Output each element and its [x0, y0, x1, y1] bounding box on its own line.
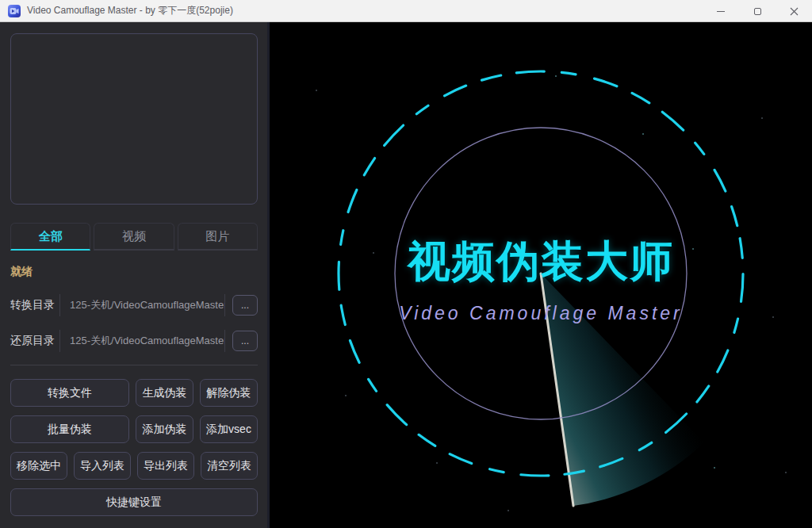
tab-video[interactable]: 视频 — [94, 223, 174, 251]
minimize-button[interactable] — [703, 0, 739, 22]
title-bar: Video Camouflage Master - by 零下一度(52poji… — [0, 0, 812, 22]
add-camouflage-button[interactable]: 添加伪装 — [136, 415, 193, 443]
file-list[interactable] — [10, 33, 258, 205]
section-divider — [10, 365, 258, 365]
convert-dir-label: 转换目录 — [10, 298, 59, 312]
button-row-1: 转换文件 生成伪装 解除伪装 — [10, 379, 258, 407]
divider — [224, 294, 225, 316]
hero-subtitle: Video Camouflage Master — [270, 303, 812, 324]
restore-dir-browse-button[interactable]: ... — [232, 331, 258, 351]
convert-files-button[interactable]: 转换文件 — [10, 379, 129, 407]
remove-camouflage-button[interactable]: 解除伪装 — [200, 379, 258, 407]
app-icon — [8, 5, 21, 17]
maximize-button[interactable] — [739, 0, 776, 22]
left-panel: 全部 视频 图片 就绪 转换目录 125-关机/VideoCamouflageM… — [0, 22, 270, 528]
restore-dir-row: 还原目录 125-关机/VideoCamouflageMaster ... — [10, 329, 258, 353]
button-row-3: 移除选中 导入列表 导出列表 清空列表 — [10, 452, 258, 480]
status-text: 就绪 — [10, 265, 33, 279]
hero-title: 视频伪装大师 — [270, 233, 812, 291]
batch-camouflage-button[interactable]: 批量伪装 — [10, 415, 129, 443]
convert-dir-path: 125-关机/VideoCamouflageMaster — [60, 298, 224, 312]
radar-panel: 视频伪装大师 Video Camouflage Master — [270, 22, 812, 528]
tabs-row: 全部 视频 图片 — [10, 223, 258, 251]
maximize-icon — [754, 8, 761, 15]
tab-image[interactable]: 图片 — [178, 223, 258, 251]
add-vsec-button[interactable]: 添加vsec — [200, 415, 258, 443]
import-list-button[interactable]: 导入列表 — [74, 452, 131, 480]
export-list-button[interactable]: 导出列表 — [137, 452, 194, 480]
window-title: Video Camouflage Master - by 零下一度(52poji… — [27, 4, 233, 17]
restore-dir-path: 125-关机/VideoCamouflageMaster — [60, 334, 224, 348]
restore-dir-label: 还原目录 — [10, 334, 59, 348]
divider — [224, 330, 225, 352]
button-row-4: 快捷键设置 — [10, 488, 258, 516]
tab-all[interactable]: 全部 — [10, 223, 90, 251]
hotkey-settings-button[interactable]: 快捷键设置 — [10, 488, 258, 516]
close-button[interactable] — [776, 0, 812, 22]
window-controls — [703, 0, 812, 22]
close-icon — [790, 7, 799, 16]
clear-list-button[interactable]: 清空列表 — [201, 452, 258, 480]
button-row-2: 批量伪装 添加伪装 添加vsec — [10, 415, 258, 443]
convert-dir-row: 转换目录 125-关机/VideoCamouflageMaster ... — [10, 293, 258, 317]
convert-dir-browse-button[interactable]: ... — [232, 295, 258, 316]
app-window: Video Camouflage Master - by 零下一度(52poji… — [0, 0, 812, 528]
remove-selected-button[interactable]: 移除选中 — [10, 452, 67, 480]
minimize-icon — [717, 11, 725, 12]
generate-camouflage-button[interactable]: 生成伪装 — [136, 379, 193, 407]
